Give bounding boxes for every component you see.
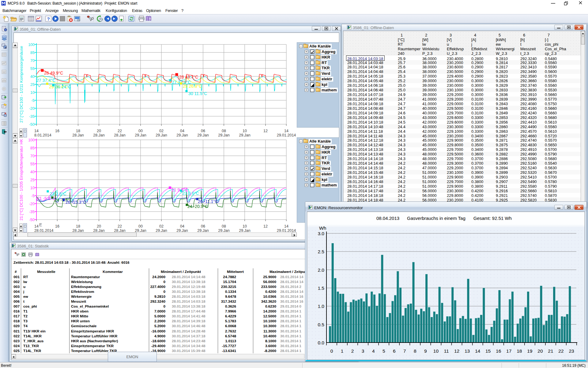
- svg-text:4: 4: [372, 348, 375, 354]
- svg-text:8: 8: [414, 348, 417, 354]
- svg-text:10: 10: [433, 348, 439, 354]
- svg-text:2.0: 2.0: [318, 267, 324, 273]
- svg-text:2.5: 2.5: [318, 249, 324, 254]
- svg-text:23: 23: [569, 348, 574, 354]
- svg-text:5: 5: [383, 348, 385, 354]
- svg-text:16: 16: [496, 348, 501, 354]
- svg-text:21: 21: [548, 348, 553, 354]
- svg-text:3: 3: [362, 348, 364, 354]
- svg-text:0.5: 0.5: [318, 322, 324, 327]
- svg-text:3.0: 3.0: [318, 231, 324, 236]
- svg-text:13: 13: [465, 348, 470, 354]
- svg-text:22: 22: [558, 348, 564, 354]
- svg-text:9: 9: [424, 348, 427, 354]
- svg-text:11: 11: [444, 348, 449, 354]
- svg-text:7: 7: [403, 348, 406, 354]
- svg-text:0: 0: [330, 348, 333, 354]
- svg-text:20: 20: [537, 348, 543, 354]
- svg-text:14: 14: [475, 348, 481, 354]
- svg-text:12: 12: [454, 348, 459, 354]
- svg-text:1.5: 1.5: [318, 286, 324, 291]
- svg-text:19: 19: [527, 348, 532, 354]
- svg-text:6: 6: [393, 348, 396, 354]
- svg-text:0.0: 0.0: [318, 340, 324, 345]
- svg-text:1.0: 1.0: [318, 304, 324, 309]
- svg-text:Wh: Wh: [319, 225, 326, 231]
- svg-text:17: 17: [506, 348, 511, 354]
- svg-text:18: 18: [517, 348, 522, 354]
- svg-text:2: 2: [351, 348, 354, 354]
- svg-text:15: 15: [485, 348, 491, 354]
- svg-text:1: 1: [341, 348, 344, 354]
